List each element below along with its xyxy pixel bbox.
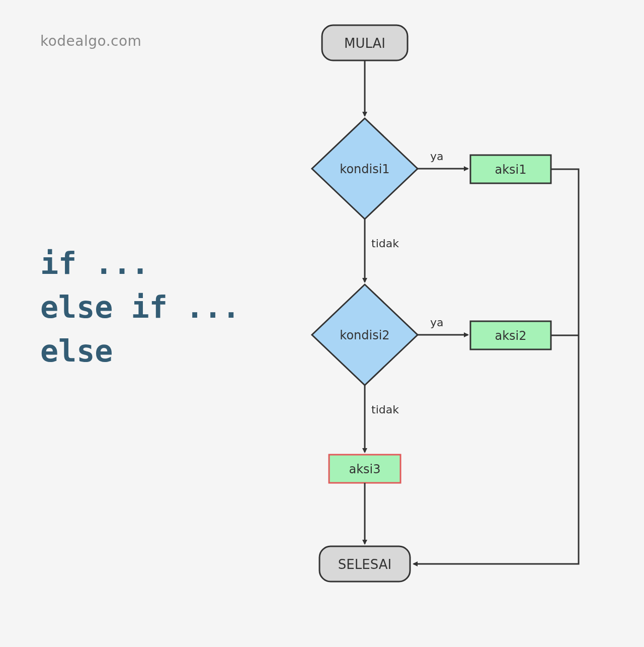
terminal-start-label: MULAI	[344, 36, 385, 51]
edge-label-cond1-yes: ya	[430, 150, 444, 163]
edge-label-cond2-yes: ya	[430, 316, 444, 329]
terminal-end-label: SELESAI	[338, 557, 391, 572]
edge-label-cond2-no: tidak	[371, 403, 399, 416]
decision-cond1: kondisi1	[312, 118, 418, 219]
process-aksi2: aksi2	[470, 321, 551, 349]
terminal-start: MULAI	[322, 25, 408, 60]
decision-cond2-label: kondisi2	[340, 328, 389, 342]
edge-aksi1-to-end	[414, 169, 579, 564]
decision-cond1-label: kondisi1	[340, 162, 389, 176]
flowchart-canvas: MULAI kondisi1 ya aksi1 tidak kondisi2 y…	[0, 0, 644, 647]
process-aksi1-label: aksi1	[495, 163, 526, 177]
edge-label-cond1-no: tidak	[371, 237, 399, 250]
terminal-end: SELESAI	[319, 546, 410, 582]
process-aksi1: aksi1	[470, 155, 551, 183]
decision-cond2: kondisi2	[312, 284, 418, 385]
process-aksi2-label: aksi2	[495, 329, 526, 343]
process-aksi3: aksi3	[329, 455, 400, 483]
process-aksi3-label: aksi3	[349, 462, 380, 476]
